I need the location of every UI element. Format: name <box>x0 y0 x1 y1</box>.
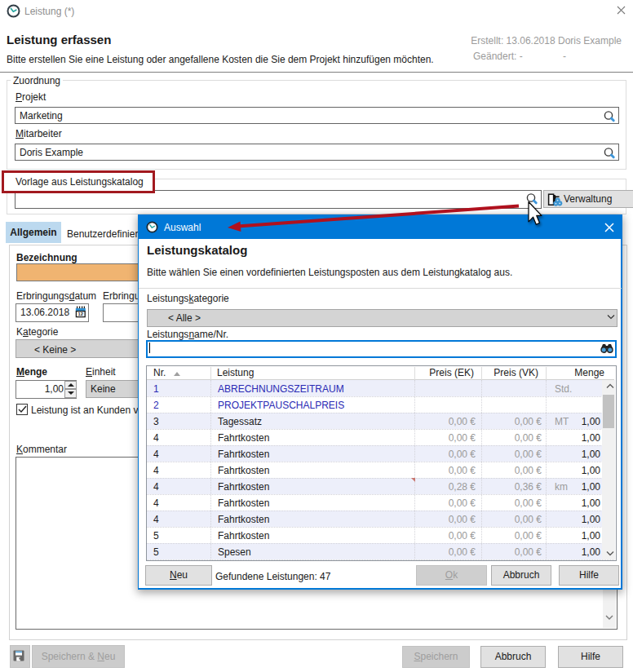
svg-text:12: 12 <box>78 312 83 316</box>
